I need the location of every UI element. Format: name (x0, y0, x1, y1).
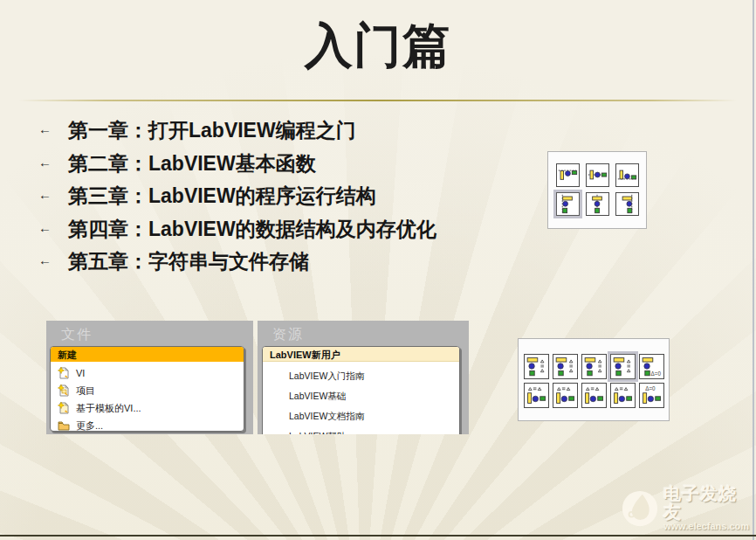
file-menu-item[interactable]: 项目 (51, 382, 244, 399)
bullet-arrow-icon: ← (38, 150, 58, 170)
chapter-label: 第二章：LabVIEW基本函数 (58, 150, 316, 177)
elecfans-drop-icon (620, 488, 660, 529)
bullet-arrow-icon: ← (38, 117, 58, 136)
svg-text:Δ=0: Δ=0 (651, 370, 662, 377)
new-users-section-header: LabVIEW新用户 (263, 347, 459, 362)
vi-from-template-icon (58, 402, 70, 414)
new-section-header: 新建 (51, 347, 244, 362)
align-palette-grid (556, 163, 638, 216)
resources-menu-card: LabVIEW新用户 LabVIEW入门指南 LabVIEW基础 LabVIEW… (262, 346, 460, 434)
distribute-right-edges[interactable] (581, 383, 607, 408)
bullet-arrow-icon: ← (38, 183, 58, 202)
distribute-bottom-edges[interactable] (581, 354, 607, 379)
align-left-edges[interactable] (556, 192, 580, 216)
align-top-edges[interactable] (556, 163, 580, 187)
resources-menu-item[interactable]: LabVIEW基础 (263, 386, 459, 406)
new-vi-icon (58, 367, 70, 379)
align-right-edges[interactable] (615, 192, 639, 216)
distribute-vertical-gaps[interactable] (610, 354, 636, 379)
resources-menu-item[interactable]: LabVIEW文档指南 (263, 406, 459, 426)
resources-menu-item-label: LabVIEW基础 (289, 391, 346, 403)
chapter-list-item: ← 第一章：打开LabVIEW编程之门 (38, 117, 436, 150)
chapter-list-item: ← 第四章：LabVIEW的数据结构及内存优化 (38, 216, 436, 249)
file-menu-item[interactable]: 基于模板的VI... (51, 399, 244, 417)
chapter-label: 第五章：字符串与文件存储 (58, 248, 309, 275)
chapter-label: 第三章：LabVIEW的程序运行结构 (58, 183, 376, 210)
new-project-icon (58, 384, 70, 397)
file-menu-item[interactable]: VI (51, 364, 244, 382)
distribute-vertical-centers[interactable] (553, 354, 578, 379)
chapter-list: ← 第一章：打开LabVIEW编程之门 ← 第二章：LabVIEW基本函数 ← … (38, 117, 436, 281)
file-menu-item-label: 更多... (76, 419, 103, 433)
chapter-list-item: ← 第二章：LabVIEW基本函数 (38, 150, 436, 183)
resources-menu-item-label: LabVIEW帮助 (289, 431, 346, 435)
bottom-edge-line (0, 535, 756, 537)
chapter-list-item: ← 第五章：字符串与文件存储 (38, 248, 436, 281)
file-menu-item-label: VI (76, 368, 85, 378)
file-menu-items: VI 项目 基于模板的VI... 更多... (51, 362, 244, 432)
chapter-list-item: ← 第三章：LabVIEW的程序运行结构 (38, 183, 436, 216)
slide-title: 入门篇 (0, 14, 756, 79)
right-edge-line (753, 0, 754, 540)
slide-canvas: 入门篇 ← 第一章：打开LabVIEW编程之门 ← 第二章：LabVIEW基本函… (0, 0, 756, 540)
resources-menu-item-label: LabVIEW入门指南 (289, 370, 364, 383)
resources-menu-header: 资源 (258, 321, 469, 344)
folder-icon (58, 419, 70, 432)
elecfans-url-text: www.elecfans.com (663, 522, 753, 532)
resources-menu-items: LabVIEW入门指南 LabVIEW基础 LabVIEW文档指南 LabVIE… (263, 362, 459, 434)
bullet-arrow-icon: ← (38, 216, 58, 235)
chapter-label: 第一章：打开LabVIEW编程之门 (58, 117, 356, 144)
distribute-vertical-compress[interactable]: Δ=0 (639, 354, 664, 379)
svg-text:Δ=0: Δ=0 (645, 385, 656, 391)
distribute-objects-palette: Δ=0 Δ=0 (518, 338, 670, 421)
align-horizontal-centers[interactable] (586, 192, 609, 216)
align-objects-palette (547, 151, 647, 229)
distribute-left-edges[interactable] (524, 383, 549, 408)
title-divider-line (19, 100, 737, 101)
file-menu-item-label: 项目 (76, 384, 95, 398)
align-bottom-edges[interactable] (615, 163, 639, 187)
distribute-horizontal-gaps[interactable] (610, 383, 636, 408)
bullet-arrow-icon: ← (38, 248, 58, 267)
elecfans-brand-text: 电子发烧友 (663, 485, 753, 522)
chapter-label: 第四章：LabVIEW的数据结构及内存优化 (58, 216, 436, 243)
resources-menu-item[interactable]: LabVIEW入门指南 (263, 366, 459, 386)
align-vertical-centers[interactable] (586, 163, 609, 187)
distribute-horizontal-compress[interactable]: Δ=0 (639, 383, 664, 408)
file-menu-item-label: 基于模板的VI... (76, 402, 141, 415)
distribute-palette-grid: Δ=0 Δ=0 (524, 354, 663, 408)
file-menu-screenshot: 文件 新建 VI 项目 基于模板的V (46, 321, 253, 434)
file-menu-header: 文件 (46, 321, 253, 344)
resources-menu-item[interactable]: LabVIEW帮助 (263, 426, 459, 434)
resources-menu-screenshot: 资源 LabVIEW新用户 LabVIEW入门指南 LabVIEW基础 LabV… (258, 321, 469, 434)
distribute-top-edges[interactable] (524, 354, 549, 379)
file-menu-card: 新建 VI 项目 基于模板的VI... (50, 346, 244, 432)
resources-menu-item-label: LabVIEW文档指南 (289, 411, 364, 423)
file-menu-item[interactable]: 更多... (51, 417, 244, 432)
elecfans-watermark: 电子发烧友 www.elecfans.com (620, 484, 753, 533)
distribute-horizontal-centers[interactable] (553, 383, 578, 408)
